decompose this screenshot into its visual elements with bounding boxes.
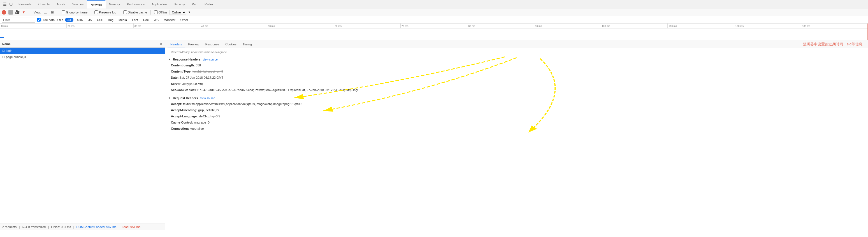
headers-content[interactable]: Referrer-Policy: no-referrer-when-downgr… xyxy=(165,48,868,230)
filter-ws-button[interactable]: WS xyxy=(152,18,160,22)
tick-70ms: 70 ms xyxy=(401,24,467,28)
referrer-policy-row: Referrer-Policy: no-referrer-when-downgr… xyxy=(165,49,868,56)
tab-redux[interactable]: Redux xyxy=(201,0,217,8)
network-toolbar: 🎥 ▼ View: ☰ ⊞ Group by frame Preserve lo… xyxy=(0,8,868,16)
filter-img-button[interactable]: Img xyxy=(107,18,115,22)
tab-response[interactable]: Response xyxy=(203,40,222,48)
group-by-frame-checkbox[interactable] xyxy=(62,10,65,14)
group-by-frame-label[interactable]: Group by frame xyxy=(62,10,87,14)
file-icon-bundle: ☐ xyxy=(2,56,5,59)
separator-1: | xyxy=(19,225,20,229)
file-item-login[interactable]: ☑ login xyxy=(0,48,165,54)
toolbar-separator-3 xyxy=(91,10,91,14)
tab-sources[interactable]: Sources xyxy=(69,0,87,8)
disable-cache-checkbox[interactable] xyxy=(123,10,127,14)
filter-all-button[interactable]: All xyxy=(65,18,73,22)
filter-doc-button[interactable]: Doc xyxy=(142,18,151,22)
tab-network[interactable]: Network xyxy=(87,0,105,8)
tab-memory[interactable]: Memory xyxy=(105,0,124,8)
filter-js-button[interactable]: JS xyxy=(87,18,94,22)
content-length-key: Content-Length: xyxy=(171,64,195,67)
tab-timing[interactable]: Timing xyxy=(240,40,255,48)
toolbar-separator-2 xyxy=(58,10,58,14)
connection-val: keep-alive xyxy=(190,127,204,130)
date-row: Date: Sat, 27 Jan 2018 06:17:22 GMT xyxy=(165,75,868,81)
preserve-log-label[interactable]: Preserve log xyxy=(94,10,116,14)
status-bar: 2 requests | 624 B transferred | Finish:… xyxy=(0,224,165,230)
tab-cookies[interactable]: Cookies xyxy=(222,40,239,48)
tick-30ms: 30 ms xyxy=(134,24,200,28)
tick-80ms: 80 ms xyxy=(467,24,534,28)
filter-font-button[interactable]: Font xyxy=(130,18,140,22)
tab-performance[interactable]: Performance xyxy=(124,0,148,8)
network-throttle-select[interactable]: Online xyxy=(169,10,186,15)
server-val: Jetty(9.2.0.M0) xyxy=(182,82,203,85)
name-column-header: Name xyxy=(2,42,11,46)
dom-content-loaded-link[interactable]: DOMContentLoaded: 947 ms xyxy=(76,225,116,229)
tab-bar: Elements Console Audits Sources Network … xyxy=(14,0,868,8)
cache-control-row: Cache-Control: max-age=0 xyxy=(165,119,868,125)
transferred-size: 624 B transferred xyxy=(22,225,46,229)
timeline-area[interactable]: 10 ms 20 ms 30 ms 40 ms 50 ms 60 ms 70 m… xyxy=(0,24,868,40)
load-link[interactable]: Load: 951 ms xyxy=(122,225,141,229)
preserve-log-checkbox[interactable] xyxy=(94,10,98,14)
tick-90ms: 90 ms xyxy=(534,24,601,28)
server-key: Server: xyxy=(171,82,182,85)
accept-language-val: zh-CN,zh;q=0.9 xyxy=(199,115,220,118)
connection-key: Connection: xyxy=(171,127,189,130)
hide-data-urls-checkbox[interactable] xyxy=(37,18,41,22)
tab-audits[interactable]: Audits xyxy=(53,0,69,8)
content-type-key: Content-Type: xyxy=(171,70,192,73)
clear-button[interactable] xyxy=(8,10,13,14)
file-item-bundle[interactable]: ☐ page.bundle.js xyxy=(0,54,165,60)
tab-preview[interactable]: Preview xyxy=(185,40,202,48)
tab-console[interactable]: Console xyxy=(35,0,53,8)
set-cookie-key: Set-Cookie: xyxy=(171,88,188,92)
date-val: Sat, 27 Jan 2018 06:17:22 GMT xyxy=(180,76,224,79)
response-headers-title: Response Headers xyxy=(173,58,200,61)
tab-perf[interactable]: Perf xyxy=(189,0,201,8)
tab-application[interactable]: Application xyxy=(148,0,170,8)
filter-input[interactable] xyxy=(2,17,35,23)
accept-language-key: Accept-Language: xyxy=(171,115,198,118)
filter-toggle-button[interactable]: ▼ xyxy=(22,10,26,14)
filter-xhr-button[interactable]: XHR xyxy=(75,18,85,22)
tab-headers[interactable]: Headers xyxy=(167,40,185,48)
record-button[interactable] xyxy=(2,10,6,14)
response-view-source-link[interactable]: view source xyxy=(203,58,218,61)
hide-data-urls-label[interactable]: Hide data URLs xyxy=(37,18,63,22)
offline-checkbox[interactable] xyxy=(154,10,158,14)
content-length-row: Content-Length: 358 xyxy=(165,62,868,68)
tick-120ms: 120 ms xyxy=(734,24,801,28)
tick-10ms: 10 ms xyxy=(0,24,67,28)
cache-control-val: max-age=0 xyxy=(194,121,210,124)
request-view-source-link[interactable]: view source xyxy=(200,97,215,100)
tick-130ms: 130 ms xyxy=(801,24,868,28)
right-tabs: Headers Preview Response Cookies Timing … xyxy=(165,40,868,48)
offline-label[interactable]: Offline xyxy=(154,10,167,14)
devtools-icon-2[interactable]: ⬡ xyxy=(8,1,14,7)
tab-security[interactable]: Security xyxy=(170,0,189,8)
disable-cache-label[interactable]: Disable cache xyxy=(123,10,147,14)
filter-css-button[interactable]: CSS xyxy=(95,18,105,22)
tab-elements[interactable]: Elements xyxy=(15,0,35,8)
video-button[interactable]: 🎥 xyxy=(15,10,20,14)
connection-row: Connection: keep-alive xyxy=(165,125,868,132)
filter-manifest-button[interactable]: Manifest xyxy=(162,18,177,22)
timeline-bar-login xyxy=(0,37,4,38)
list-view-button[interactable]: ☰ xyxy=(43,10,48,14)
file-name-login: login xyxy=(6,49,12,52)
tick-100ms: 100 ms xyxy=(601,24,668,28)
accept-val: text/html,application/xhtml+xml,applicat… xyxy=(183,102,302,106)
filter-media-button[interactable]: Media xyxy=(117,18,129,22)
file-icon-login: ☑ xyxy=(2,49,5,52)
devtools-icon-1[interactable]: ☰ xyxy=(2,1,8,7)
close-button[interactable]: ✕ xyxy=(159,42,163,46)
filter-other-button[interactable]: Other xyxy=(179,18,190,22)
tree-view-button[interactable]: ⊞ xyxy=(50,10,55,14)
tick-50ms: 50 ms xyxy=(267,24,334,28)
set-cookie-val: sid=111e6470-ad18-456c-96c7-207dad639caa… xyxy=(189,88,358,92)
date-key: Date: xyxy=(171,76,179,79)
left-panel-header: Name ✕ xyxy=(0,40,165,48)
set-cookie-row: Set-Cookie: sid=111e6470-ad18-456c-96c7-… xyxy=(165,87,868,93)
